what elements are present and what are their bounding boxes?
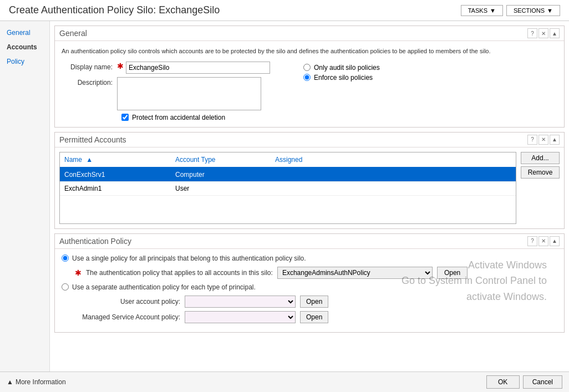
- tasks-button[interactable]: TASKS ▼: [461, 5, 503, 16]
- remove-button[interactable]: Remove: [521, 166, 560, 179]
- separate-policy-radio-row: Use a separate authentication policy for…: [62, 283, 557, 291]
- description-input[interactable]: [117, 77, 261, 110]
- auth-collapse-button[interactable]: ▲: [550, 236, 560, 246]
- table-with-buttons: Name ▲ Account Type Assigned: [59, 152, 560, 224]
- description-row: Description:: [62, 77, 270, 110]
- auth-policy-section: Authentication Policy ? ✕ ▲ Use a si: [54, 233, 565, 333]
- permitted-accounts-controls: ? ✕ ▲: [527, 135, 560, 145]
- permitted-accounts-title: Permitted Accounts: [59, 135, 126, 144]
- th-assigned[interactable]: Assigned: [271, 155, 516, 165]
- auth-policy-body: Use a single policy for all principals t…: [55, 249, 564, 332]
- single-policy-label: Use a single policy for all principals t…: [72, 254, 306, 262]
- display-name-label: Display name:: [62, 62, 117, 71]
- sections-chevron-down-icon: ▼: [547, 7, 553, 14]
- left-nav: General Accounts Policy: [0, 21, 50, 371]
- table-action-buttons: Add... Remove: [521, 152, 560, 224]
- user-policy-select[interactable]: [185, 296, 296, 308]
- display-name-input[interactable]: [126, 62, 270, 74]
- sections-label: SECTIONS: [514, 7, 545, 14]
- permitted-accounts-section-header: Permitted Accounts ? ✕ ▲: [55, 133, 564, 147]
- auth-close-button[interactable]: ✕: [538, 236, 548, 246]
- auth-policy-section-header: Authentication Policy ? ✕ ▲: [55, 234, 564, 249]
- tasks-chevron-down-icon: ▼: [490, 7, 496, 14]
- audit-radio-row: Only audit silo policies: [303, 64, 380, 72]
- display-name-row: Display name: ✱: [62, 62, 270, 74]
- general-section-controls: ? ✕ ▲: [527, 28, 560, 38]
- add-button[interactable]: Add...: [521, 152, 560, 164]
- more-info-area[interactable]: ▲ More Information: [7, 378, 66, 386]
- chevron-up-icon: ▲: [552, 30, 557, 37]
- general-section-title: General: [59, 29, 87, 38]
- general-form: Display name: ✱ Description: Protect fro…: [62, 62, 270, 121]
- managed-service-open-button[interactable]: Open: [300, 311, 328, 323]
- enforce-radio-row: Enforce silo policies: [303, 74, 380, 82]
- sort-indicator-icon: ▲: [86, 156, 93, 164]
- table-body: ConExchSrv1 Computer ExchAdmin1 User: [60, 168, 516, 196]
- required-star-icon: ✱: [117, 62, 124, 70]
- more-info-chevron-icon: ▲: [7, 378, 13, 386]
- auth-help-icon: ?: [531, 238, 534, 244]
- general-help-button[interactable]: ?: [527, 28, 537, 38]
- general-section-header: General ? ✕ ▲: [55, 26, 564, 41]
- row2-account-type: User: [171, 184, 271, 194]
- help-icon: ?: [531, 30, 534, 37]
- separate-policy-radio[interactable]: [62, 283, 69, 291]
- policy-applies-label: The authentication policy that applies t…: [86, 269, 273, 277]
- policy-open-button[interactable]: Open: [437, 267, 468, 279]
- managed-service-policy-select[interactable]: [185, 311, 296, 323]
- title-buttons: TASKS ▼ SECTIONS ▼: [461, 5, 560, 16]
- permitted-help-icon: ?: [531, 136, 534, 142]
- audit-radio[interactable]: [303, 64, 311, 71]
- enforce-radio[interactable]: [303, 74, 311, 81]
- content-area: General ? ✕ ▲ An authentication policy s…: [50, 21, 569, 371]
- th-name[interactable]: Name ▲: [60, 155, 171, 165]
- protect-checkbox[interactable]: [121, 114, 129, 121]
- table-row[interactable]: ExchAdmin1 User: [60, 182, 516, 196]
- user-policy-row: User account policy: Open: [75, 296, 557, 308]
- auth-close-icon: ✕: [541, 238, 546, 244]
- sidebar-item-accounts[interactable]: Accounts: [0, 40, 49, 54]
- th-account-type[interactable]: Account Type: [171, 155, 271, 165]
- separate-policy-label: Use a separate authentication policy for…: [72, 283, 256, 291]
- auth-policy-controls: ? ✕ ▲: [527, 236, 560, 246]
- cancel-button[interactable]: Cancel: [523, 375, 562, 389]
- managed-service-policy-row: Managed Service Account policy: Open: [75, 311, 557, 323]
- sections-button[interactable]: SECTIONS ▼: [506, 5, 560, 16]
- footer-buttons: OK Cancel: [486, 375, 562, 389]
- description-label: Description:: [62, 77, 117, 86]
- protect-label: Protect from accidental deletion: [132, 114, 225, 121]
- general-section-body: An authentication policy silo controls w…: [55, 41, 564, 127]
- auth-policy-title: Authentication Policy: [59, 237, 131, 246]
- protect-checkbox-row: Protect from accidental deletion: [121, 114, 270, 121]
- sidebar-item-policy[interactable]: Policy: [0, 54, 49, 69]
- row1-name: ConExchSrv1: [60, 170, 171, 180]
- managed-service-policy-label: Managed Service Account policy:: [75, 313, 180, 321]
- audit-radio-label: Only audit silo policies: [314, 64, 380, 72]
- page-title: Create Authentication Policy Silo: Excha…: [9, 4, 220, 16]
- row1-assigned: [271, 170, 516, 180]
- auth-help-button[interactable]: ?: [527, 236, 537, 246]
- permitted-collapse-button[interactable]: ▲: [550, 135, 560, 145]
- general-close-button[interactable]: ✕: [538, 28, 548, 38]
- permitted-help-button[interactable]: ?: [527, 135, 537, 145]
- general-collapse-button[interactable]: ▲: [550, 28, 560, 38]
- table-row[interactable]: ConExchSrv1 Computer: [60, 168, 516, 182]
- ok-button[interactable]: OK: [486, 375, 520, 389]
- user-policy-open-button[interactable]: Open: [300, 296, 328, 308]
- permitted-close-icon: ✕: [541, 136, 546, 142]
- enforce-radio-label: Enforce silo policies: [314, 74, 373, 82]
- table-header: Name ▲ Account Type Assigned: [60, 152, 516, 168]
- permitted-chevron-up-icon: ▲: [552, 136, 557, 142]
- tasks-label: TASKS: [468, 7, 487, 14]
- policy-required-star-icon: ✱: [75, 268, 82, 277]
- permitted-close-button[interactable]: ✕: [538, 135, 548, 145]
- accounts-table: Name ▲ Account Type Assigned: [59, 152, 516, 224]
- close-icon: ✕: [541, 30, 546, 37]
- policy-select[interactable]: ExchangeAdminsAuthNPolicy: [277, 267, 433, 279]
- permitted-accounts-body: Name ▲ Account Type Assigned: [55, 147, 564, 228]
- sidebar-item-general[interactable]: General: [0, 26, 49, 40]
- row2-assigned: [271, 184, 516, 194]
- more-info-label: More Information: [16, 378, 66, 386]
- single-policy-radio[interactable]: [62, 254, 69, 262]
- row2-name: ExchAdmin1: [60, 184, 171, 194]
